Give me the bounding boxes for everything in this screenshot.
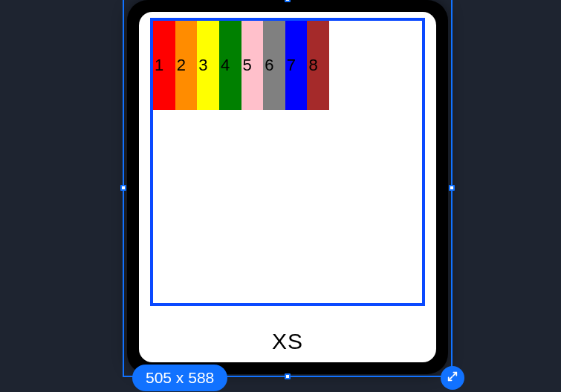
- col-6: 6: [263, 21, 285, 110]
- col-8: 8: [307, 21, 329, 110]
- expand-icon: [447, 370, 458, 385]
- resize-handle-bottom[interactable]: [285, 373, 291, 379]
- color-columns: 1 2 3 4 5 6 7 8: [153, 21, 329, 110]
- canvas-area: 1 2 3 4 5 6 7 8: [139, 12, 436, 321]
- canvas-border[interactable]: 1 2 3 4 5 6 7 8: [150, 18, 425, 306]
- col-7: 7: [285, 21, 308, 110]
- device-frame: 1 2 3 4 5 6 7 8 XS: [127, 0, 448, 374]
- device-screen: 1 2 3 4 5 6 7 8 XS: [139, 12, 436, 362]
- expand-button[interactable]: [441, 366, 464, 390]
- breakpoint-label: XS: [139, 321, 436, 362]
- col-1: 1: [153, 21, 175, 110]
- col-3: 3: [197, 21, 219, 110]
- col-5: 5: [241, 21, 264, 110]
- col-2: 2: [175, 21, 198, 110]
- selection-size-pill: 505 x 588: [132, 365, 227, 391]
- col-4: 4: [219, 21, 241, 110]
- resize-handle-right[interactable]: [449, 185, 455, 191]
- resize-handle-left[interactable]: [120, 185, 126, 191]
